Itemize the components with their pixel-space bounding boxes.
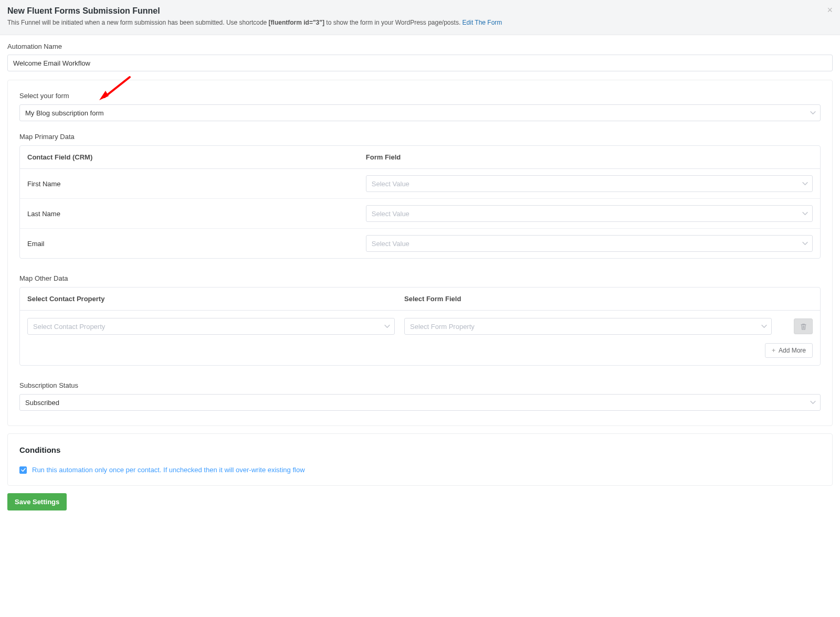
map-primary-label: Map Primary Data <box>19 133 821 141</box>
shortcode-text: [fluentform id="3"] <box>269 19 324 26</box>
form-field-select[interactable]: Select Value <box>366 235 813 252</box>
select-placeholder: Select Form Property <box>410 323 475 330</box>
select-placeholder: Select Value <box>372 180 410 187</box>
contact-field-name: Email <box>27 240 366 248</box>
conditions-panel: Conditions Run this automation only once… <box>7 433 833 486</box>
main-panel: Select your form My Blog subscription fo… <box>7 80 833 426</box>
save-settings-button[interactable]: Save Settings <box>7 493 67 510</box>
page-header: × New Fluent Forms Submission Funnel Thi… <box>0 0 840 35</box>
chevron-down-icon <box>810 110 816 116</box>
col-form-field: Select Form Field <box>404 295 772 303</box>
plus-icon: + <box>772 347 775 354</box>
page-title: New Fluent Forms Submission Funnel <box>7 6 833 16</box>
chevron-down-icon <box>761 324 767 329</box>
subscription-status-label: Subscription Status <box>19 381 821 389</box>
close-icon[interactable]: × <box>827 5 833 15</box>
table-row: First Name Select Value <box>20 169 820 199</box>
form-field-select[interactable]: Select Value <box>366 205 813 222</box>
conditions-title: Conditions <box>19 445 821 454</box>
form-select[interactable]: My Blog subscription form <box>19 104 821 121</box>
form-property-select[interactable]: Select Form Property <box>404 318 772 335</box>
save-row: Save Settings <box>0 493 840 521</box>
edit-form-link[interactable]: Edit The Form <box>463 19 502 26</box>
select-form-label: Select your form <box>19 92 821 100</box>
run-once-checkbox[interactable]: Run this automation only once per contac… <box>19 466 821 474</box>
map-primary-table: Contact Field (CRM) Form Field First Nam… <box>19 145 821 259</box>
contact-property-select[interactable]: Select Contact Property <box>27 318 395 335</box>
table-row: Last Name Select Value <box>20 199 820 229</box>
checkbox-checked-icon <box>19 466 27 474</box>
subtitle-mid: to show the form in your WordPress page/… <box>324 19 463 26</box>
automation-name-label: Automation Name <box>7 42 833 50</box>
select-placeholder: Select Value <box>372 240 410 247</box>
chevron-down-icon <box>802 211 808 217</box>
subtitle-pre: This Funnel will be initiated when a new… <box>7 19 269 26</box>
chevron-down-icon <box>384 324 390 329</box>
add-more-button[interactable]: + Add More <box>765 343 813 358</box>
run-once-label: Run this automation only once per contac… <box>32 466 305 474</box>
contact-field-name: First Name <box>27 180 366 188</box>
table-row: Email Select Value <box>20 229 820 258</box>
col-form-field: Form Field <box>366 153 813 161</box>
table-row: Select Contact Property Select Form Prop… <box>20 311 820 338</box>
chevron-down-icon <box>810 400 816 406</box>
automation-name-block: Automation Name <box>0 35 840 79</box>
table-header: Select Contact Property Select Form Fiel… <box>20 288 820 311</box>
subscription-status-value: Subscribed <box>25 399 59 406</box>
add-more-label: Add More <box>779 347 806 354</box>
map-other-table: Select Contact Property Select Form Fiel… <box>19 287 821 366</box>
subscription-status-select[interactable]: Subscribed <box>19 394 821 411</box>
delete-row-button[interactable] <box>794 318 813 334</box>
page-subtitle: This Funnel will be initiated when a new… <box>7 19 833 26</box>
contact-field-name: Last Name <box>27 210 366 218</box>
table-header: Contact Field (CRM) Form Field <box>20 146 820 169</box>
col-contact-field: Contact Field (CRM) <box>27 153 366 161</box>
map-other-label: Map Other Data <box>19 274 821 282</box>
select-placeholder: Select Contact Property <box>33 323 105 330</box>
automation-name-input[interactable] <box>7 55 833 71</box>
chevron-down-icon <box>802 181 808 187</box>
select-placeholder: Select Value <box>372 210 410 217</box>
form-select-value: My Blog subscription form <box>25 110 104 116</box>
trash-icon <box>800 323 807 330</box>
chevron-down-icon <box>802 241 808 247</box>
col-contact-property: Select Contact Property <box>27 295 395 303</box>
form-field-select[interactable]: Select Value <box>366 175 813 192</box>
add-more-row: + Add More <box>20 338 820 365</box>
